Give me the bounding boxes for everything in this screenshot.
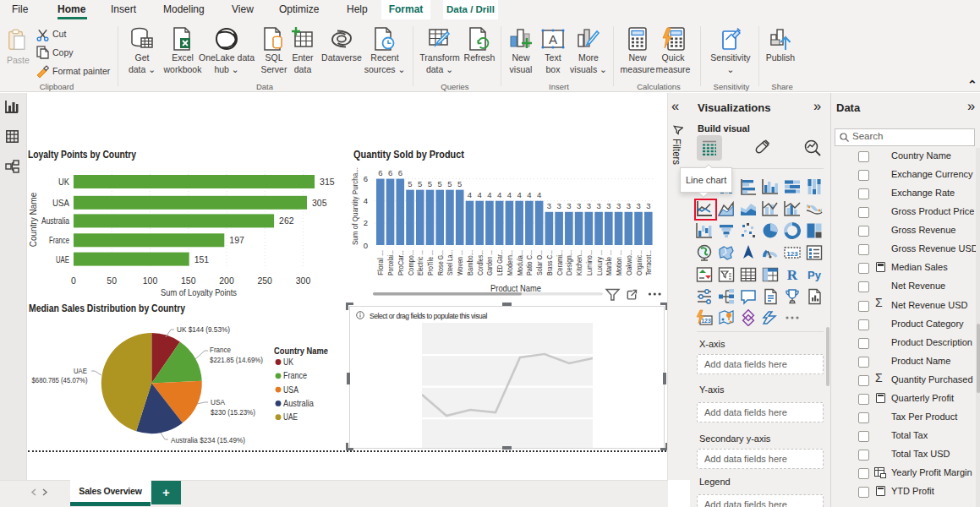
svg-text:2: 2 (364, 218, 368, 227)
svg-text:3: 3 (636, 201, 640, 210)
svg-text:Filters: Filters (671, 139, 682, 165)
svg-text:Design...: Design... (565, 250, 573, 275)
svg-text:3: 3 (587, 201, 591, 210)
svg-text:4: 4 (487, 190, 491, 199)
svg-text:6: 6 (388, 168, 392, 177)
svg-text:3: 3 (646, 201, 650, 210)
svg-text:Cerami...: Cerami... (556, 250, 564, 275)
svg-text:Compo...: Compo... (407, 250, 415, 275)
svg-text:Solar O...: Solar O... (535, 250, 544, 275)
svg-text:3: 3 (547, 201, 551, 210)
svg-text:Oakwo...: Oakwo... (625, 250, 633, 275)
svg-text:6: 6 (378, 168, 382, 177)
svg-text:$221.85 (14.69%): $221.85 (14.69%) (210, 355, 263, 364)
svg-text:4: 4 (478, 190, 482, 199)
svg-text:6: 6 (364, 174, 368, 183)
svg-text:4: 4 (468, 190, 472, 199)
svg-text:123: 123 (786, 250, 798, 258)
svg-text:3: 3 (616, 201, 621, 210)
svg-text:Modern...: Modern... (506, 250, 514, 275)
svg-text:4: 4 (537, 190, 541, 199)
svg-text:5: 5 (457, 179, 462, 188)
svg-text:100: 100 (143, 275, 158, 286)
svg-text:Kitchen...: Kitchen... (575, 250, 583, 275)
svg-text:USA: USA (283, 385, 298, 395)
svg-text:Porcelai...: Porcelai... (386, 250, 395, 275)
svg-text:LED Gar...: LED Gar... (495, 250, 504, 275)
svg-text:4: 4 (497, 190, 501, 199)
svg-text:Marble ...: Marble ... (605, 250, 613, 275)
svg-text:France: France (49, 235, 69, 245)
svg-text:$230 (15.23%): $230 (15.23%) (211, 407, 255, 417)
svg-text:150: 150 (181, 275, 196, 286)
svg-text:UAE: UAE (283, 412, 298, 422)
svg-text:A: A (549, 32, 557, 46)
svg-text:Garden ...: Garden ... (485, 250, 494, 275)
svg-text:262: 262 (279, 215, 294, 226)
svg-text:151: 151 (194, 254, 210, 264)
svg-text:Quantity Sold by Product: Quantity Sold by Product (353, 149, 465, 161)
svg-text:5: 5 (418, 179, 422, 188)
svg-text:Motion ...: Motion ... (615, 250, 623, 275)
svg-text:5: 5 (447, 179, 452, 188)
svg-text:France: France (283, 371, 307, 380)
svg-text:Terracot...: Terracot... (644, 250, 653, 275)
svg-text:Luxury ...: Luxury ... (595, 250, 604, 275)
svg-text:UK: UK (283, 357, 293, 367)
svg-text:4: 4 (364, 196, 368, 205)
svg-text:300: 300 (296, 275, 311, 286)
svg-text:Sum of Quantity Purcha...: Sum of Quantity Purcha... (350, 167, 359, 245)
svg-text:315: 315 (320, 177, 335, 187)
svg-text:5: 5 (408, 179, 412, 188)
svg-text:Py: Py (808, 269, 822, 281)
svg-text:USA: USA (52, 198, 70, 208)
svg-text:Australia: Australia (41, 215, 70, 226)
svg-text:3: 3 (556, 201, 561, 210)
svg-text:123: 123 (701, 318, 711, 324)
svg-text:50: 50 (107, 275, 117, 286)
svg-text:3: 3 (567, 201, 571, 210)
svg-text:UK $144 (9.53%): UK $144 (9.53%) (177, 324, 230, 334)
svg-text:Steel La...: Steel La... (446, 250, 454, 275)
svg-text:4: 4 (507, 190, 512, 199)
svg-text:Cordles...: Cordles... (476, 250, 485, 275)
svg-text:Electric ...: Electric ... (416, 250, 424, 275)
svg-text:Bambo...: Bambo... (466, 250, 474, 275)
svg-text:R: R (787, 267, 798, 283)
svg-text:5: 5 (428, 179, 432, 188)
svg-text:Floral ...: Floral ... (376, 250, 385, 275)
svg-text:Country Name: Country Name (29, 192, 38, 247)
svg-text:ProTile ...: ProTile ... (426, 250, 435, 275)
svg-text:UK: UK (58, 177, 70, 187)
svg-text:Woven ...: Woven ... (456, 250, 464, 275)
svg-text:Lumino...: Lumino... (585, 250, 594, 275)
svg-text:Organic...: Organic... (635, 250, 643, 275)
svg-text:Australia: Australia (283, 399, 314, 408)
svg-text:Modula...: Modula... (516, 250, 524, 275)
svg-text:3: 3 (577, 201, 581, 210)
svg-text:Loyalty Points by Country: Loyalty Points by Country (28, 149, 136, 161)
svg-text:250: 250 (257, 275, 272, 286)
svg-text:197: 197 (229, 235, 244, 245)
svg-text:4: 4 (517, 190, 522, 199)
svg-text:Country Name: Country Name (274, 346, 328, 356)
svg-text:5: 5 (438, 179, 442, 188)
svg-text:6: 6 (398, 168, 402, 177)
svg-text:France: France (210, 345, 231, 354)
svg-text:3: 3 (596, 201, 600, 210)
svg-text:Rose G...: Rose G... (436, 250, 445, 275)
svg-text:$680.785 (45.07%): $680.785 (45.07%) (32, 375, 88, 384)
svg-text:UAE: UAE (56, 254, 69, 264)
svg-text:Brass C...: Brass C... (545, 250, 554, 275)
svg-text:ProCar...: ProCar... (397, 250, 405, 275)
svg-text:305: 305 (312, 198, 327, 208)
svg-text:4: 4 (527, 190, 531, 199)
svg-text:USA: USA (211, 397, 226, 406)
svg-text:200: 200 (219, 275, 234, 286)
svg-text:Australia $234 (15.49%): Australia $234 (15.49%) (171, 435, 245, 444)
svg-text:0: 0 (364, 241, 368, 250)
svg-text:0: 0 (71, 275, 76, 286)
svg-text:Sum of Loyalty Points: Sum of Loyalty Points (161, 288, 237, 297)
svg-text:Product Name: Product Name (490, 284, 541, 293)
svg-text:Patio C...: Patio C... (525, 250, 534, 275)
